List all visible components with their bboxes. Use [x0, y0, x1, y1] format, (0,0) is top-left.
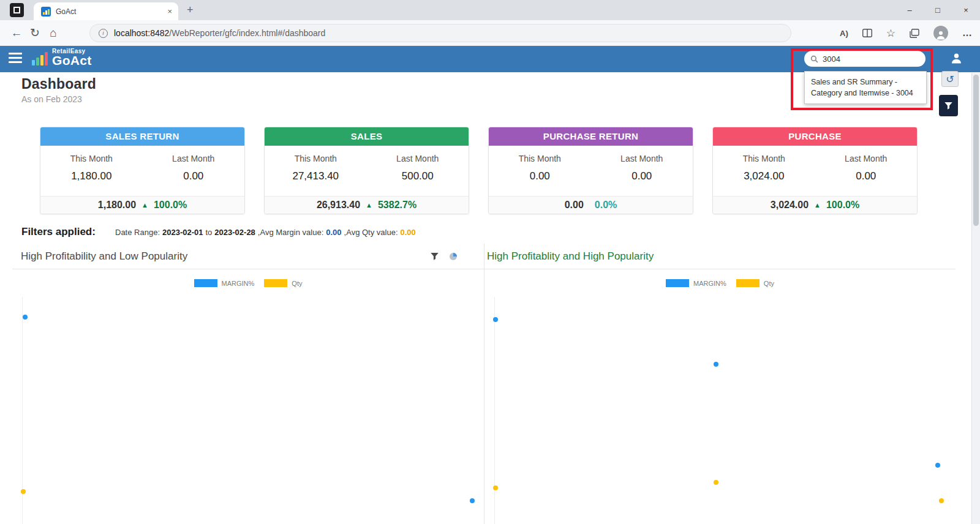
close-button[interactable]: × — [952, 0, 980, 20]
history-restore-button[interactable]: ↺ — [941, 71, 959, 87]
this-month-value: 3,024.00 — [713, 170, 815, 182]
legend-item-qty[interactable]: Qty — [736, 279, 774, 287]
charts-section: High Profitability and Low Popularity MA… — [12, 244, 956, 524]
footer-diff-value: 1,180.00 — [98, 200, 136, 211]
legend-item-margin[interactable]: MARGIN% — [666, 279, 726, 287]
avg-margin-label: ,Avg Margin value: — [258, 228, 323, 237]
chart-filter-icon[interactable] — [430, 252, 439, 261]
last-month-value: 0.00 — [591, 170, 693, 182]
retaileasy-goact-logo[interactable]: RetailEasy GoAct — [32, 48, 92, 68]
this-month-value: 1,180.00 — [40, 170, 143, 182]
maximize-button[interactable]: □ — [924, 0, 952, 20]
avg-qty-label: ,Avg Qty value: — [344, 228, 398, 237]
chart-title: High Profitability and Low Popularity — [21, 250, 187, 263]
scatter-point-qty — [939, 498, 944, 503]
card-sales: SALES This Month27,413.40 Last Month500.… — [264, 127, 469, 214]
card-title: PURCHASE — [713, 127, 917, 146]
search-suggestion-item[interactable]: Sales and SR Summary - Category and Item… — [804, 71, 927, 104]
scatter-point-margin — [470, 498, 475, 503]
history-icon: ↺ — [946, 73, 954, 85]
legend-label-margin: MARGIN% — [693, 280, 726, 287]
footer-percent: 0.0% — [595, 200, 617, 211]
minimize-button[interactable]: – — [895, 0, 924, 20]
chart-legend: MARGIN% Qty — [484, 279, 956, 287]
user-account-icon[interactable] — [950, 52, 963, 67]
suggestion-line1: Sales and SR Summary - — [811, 77, 920, 88]
up-arrow-icon: ▲ — [814, 201, 821, 209]
scrollbar-thumb[interactable] — [973, 75, 979, 226]
summary-cards-row: SALES RETURN This Month1,180.00 Last Mon… — [40, 127, 918, 214]
browser-tab[interactable]: GoAct × — [34, 2, 178, 20]
filters-applied-row: Filters applied: Date Range:2023-02-01to… — [21, 226, 910, 238]
global-filter-button[interactable] — [939, 95, 958, 116]
panel-header: High Profitablity and High Popularity — [484, 244, 956, 269]
legend-swatch-qty — [264, 279, 287, 287]
page-scrollbar[interactable] — [971, 73, 980, 524]
page-subtitle: As on Feb 2023 — [21, 94, 96, 104]
footer-diff-value: 0.00 — [565, 200, 584, 211]
logo-bars-icon — [32, 51, 48, 66]
home-icon[interactable]: ⌂ — [44, 26, 62, 40]
panel-header-icons — [430, 252, 458, 261]
date-range-label: Date Range: — [115, 228, 160, 237]
url-host: localhost:8482 — [114, 28, 169, 38]
search-input[interactable] — [823, 54, 914, 64]
goact-favicon-icon — [41, 7, 51, 17]
split-screen-icon[interactable] — [862, 29, 872, 37]
card-footer: 1,180.00 ▲ 100.0% — [40, 196, 244, 214]
panel-header: High Profitability and Low Popularity — [12, 244, 484, 269]
legend-label-qty: Qty — [292, 280, 302, 287]
footer-percent: 100.0% — [826, 200, 859, 211]
address-bar[interactable]: i localhost:8482/WebReporter/gfc/index.h… — [89, 24, 791, 42]
page-title: Dashboard — [21, 76, 96, 92]
report-search-box[interactable] — [804, 51, 925, 67]
scatter-point-qty — [21, 489, 26, 494]
profile-avatar[interactable] — [933, 26, 948, 40]
legend-label-qty: Qty — [764, 280, 774, 287]
date-to: 2023-02-28 — [214, 228, 255, 237]
chart-legend: MARGIN% Qty — [12, 279, 484, 287]
legend-label-margin: MARGIN% — [222, 280, 255, 287]
url-path: /WebReporter/gfc/index.html#/dashboard — [169, 28, 325, 38]
page-head: Dashboard As on Feb 2023 — [21, 76, 96, 104]
filter-funnel-icon — [944, 101, 953, 110]
footer-percent: 5382.7% — [378, 200, 417, 211]
legend-swatch-qty — [736, 279, 760, 287]
favorites-icon[interactable]: ☆ — [886, 27, 895, 40]
legend-item-margin[interactable]: MARGIN% — [194, 279, 255, 287]
chart-panel-high-profit-low-popularity: High Profitability and Low Popularity MA… — [12, 244, 484, 524]
last-month-value: 500.00 — [367, 170, 469, 182]
pie-chart-icon[interactable] — [448, 252, 458, 261]
new-tab-button[interactable]: + — [187, 4, 194, 15]
window-icon[interactable] — [10, 3, 24, 17]
legend-swatch-margin — [666, 279, 689, 287]
filters-detail: Date Range:2023-02-01to2023-02-28,Avg Ma… — [115, 228, 418, 237]
window-controls: – □ × — [895, 0, 980, 20]
app-header: RetailEasy GoAct — [0, 46, 980, 72]
site-info-icon[interactable]: i — [99, 29, 108, 38]
card-footer: 0.00 0.0% — [489, 196, 693, 214]
browser-toolbar: ← ↻ ⌂ i localhost:8482/WebReporter/gfc/i… — [0, 20, 980, 46]
avg-qty-value: 0.00 — [401, 228, 416, 237]
read-aloud-icon[interactable]: A) — [840, 29, 848, 38]
tab-title: GoAct — [56, 7, 167, 16]
refresh-icon[interactable]: ↻ — [26, 26, 44, 40]
this-month-label: This Month — [265, 154, 367, 163]
menu-icon[interactable] — [9, 53, 22, 66]
back-icon[interactable]: ← — [7, 26, 26, 40]
browser-menu-icon[interactable]: … — [962, 28, 973, 39]
scatter-point-margin — [493, 317, 498, 322]
up-arrow-icon: ▲ — [366, 201, 372, 209]
card-title: SALES — [265, 127, 469, 146]
scatter-point-margin — [23, 315, 28, 320]
scatter-plot-left — [22, 297, 475, 524]
this-month-value: 0.00 — [489, 170, 591, 182]
tab-close-icon[interactable]: × — [167, 7, 172, 16]
last-month-label: Last Month — [143, 154, 245, 163]
brand-main-text: GoAct — [52, 53, 92, 68]
window-icon-inner — [13, 7, 20, 13]
legend-item-qty[interactable]: Qty — [264, 279, 302, 287]
last-month-label: Last Month — [815, 154, 918, 163]
collections-icon[interactable] — [910, 29, 919, 38]
scatter-plot-right — [494, 297, 947, 524]
